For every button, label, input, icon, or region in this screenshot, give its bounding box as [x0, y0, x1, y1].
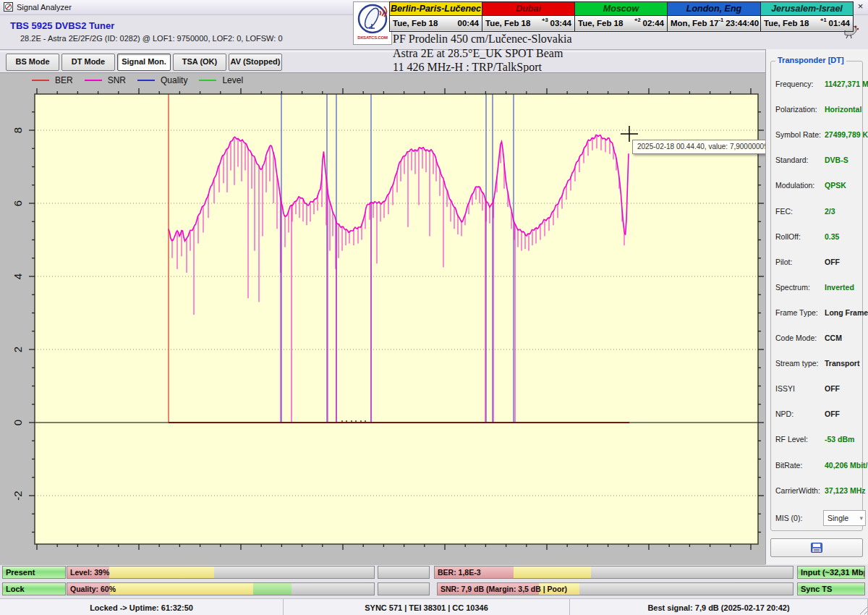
clock-city-label: Moscow — [575, 2, 667, 16]
progress-label: Quality: 60% — [70, 583, 116, 595]
transponder-row: Polarization:Horizontal — [775, 105, 861, 115]
transponder-label: ISSYI — [775, 384, 861, 393]
world-clocks: Berlin-Paris-LučenecTue, Feb 1800:44Duba… — [389, 1, 854, 32]
transponder-value: Inverted — [825, 283, 854, 292]
transponder-value: Transport — [825, 359, 859, 368]
save-button[interactable] — [770, 538, 863, 557]
transponder-value: DVB-S — [825, 156, 848, 164]
status-sync: SYNC 571 | TEI 38301 | CC 10346 — [284, 599, 570, 615]
clock-jerusalem-israel: Jerusalem-IsraelTue, Feb 18+101:44 — [761, 2, 853, 31]
clock-time-row: Tue, Feb 18+303:44 — [482, 16, 574, 30]
progress-bar — [378, 566, 430, 579]
transponder-value: Long Frame — [825, 308, 868, 317]
transponder-value: OFF — [825, 410, 840, 418]
status-badge: Input (~32,31 Mbps) — [797, 566, 865, 579]
progress-bar: SNR: 7,9 dB (Margin: 3,5 dB | Poor) — [437, 582, 793, 595]
clock-dubai: DubaiTue, Feb 18+303:44 — [482, 2, 575, 31]
transponder-row: Stream type:Transport — [775, 359, 861, 369]
clock-date: Tue, Feb 18 — [578, 19, 634, 27]
transponder-value: 27499,789 KS/s — [825, 130, 868, 139]
transponder-row: Spectrum:Inverted — [775, 283, 861, 293]
transponder-value: 37,123 MHz — [825, 486, 866, 495]
transponder-label: Code Mode: — [775, 334, 861, 342]
clock-city-label: Dubai — [482, 2, 574, 16]
transponder-value: QPSK — [825, 181, 846, 190]
status-best-signal: Best signal: 7,9 dB (2025-02-17 20:42) — [570, 599, 868, 615]
status-badge: Present — [2, 566, 66, 579]
tuner-name: TBS 5925 DVBS2 Tuner — [10, 20, 114, 31]
clock-time-row: Tue, Feb 1800:44 — [390, 16, 482, 30]
transponder-label: Modulation: — [775, 181, 861, 190]
tab-signal-mon-[interactable]: Signal Mon. — [117, 54, 171, 71]
y-axis-label: 6 — [12, 200, 24, 206]
transponder-title: Transponder [DT] — [775, 56, 846, 64]
clock-time-value: 02:44 — [643, 19, 664, 27]
clock-utc-offset: -1 — [718, 17, 723, 23]
clock-moscow: MoscowTue, Feb 18+202:44 — [575, 2, 668, 31]
clock-city-label: Berlin-Paris-Lučenec — [390, 2, 482, 16]
info-line-2: Astra 2E at 28.5°E_UK SPOT Beam — [393, 46, 572, 61]
clock-london-eng: London, EngMon, Feb 17-123:44:40 — [668, 2, 761, 31]
clock-time-value: 00:44 — [458, 19, 479, 27]
clock-date: Tue, Feb 18 — [485, 19, 542, 27]
y-axis-label: 2 — [12, 347, 24, 352]
transponder-value: 11427,371 MHz — [825, 80, 868, 88]
tab-dt-mode[interactable]: DT Mode — [61, 54, 115, 71]
y-axis-label: -2 — [12, 491, 24, 500]
dxsatcs-emblem — [354, 2, 391, 37]
transponder-row: Standard:DVB-S — [775, 156, 861, 166]
tab-tsa-ok-[interactable]: TSA (OK) — [173, 54, 226, 71]
clock-date: Mon, Feb 17 — [671, 19, 718, 27]
clock-utc-offset: +1 — [820, 17, 827, 23]
clock-utc-offset: +2 — [634, 17, 641, 23]
progress-label: BER: 1,8E-3 — [438, 567, 481, 578]
transponder-label: FEC: — [775, 207, 861, 216]
tab-bs-mode[interactable]: BS Mode — [6, 54, 59, 71]
status-bar: Locked -> Uptime: 61:32:50SYNC 571 | TEI… — [0, 598, 868, 615]
progress-label: SNR: 7,9 dB (Margin: 3,5 dB | Poor) — [441, 583, 567, 595]
progress-bar: BER: 1,8E-3 — [434, 566, 793, 579]
window-title: Signal Analyzer — [17, 3, 72, 12]
transponder-row: ISSYIOFF — [775, 384, 861, 394]
transponder-label: Pilot: — [775, 258, 861, 266]
transponder-label: NPD: — [775, 410, 861, 418]
clock-city-label: London, Eng — [668, 2, 760, 16]
status-badge: Sync TS — [797, 582, 865, 595]
transponder-row: Frame Type:Long Frame — [775, 308, 861, 318]
transponder-row: Frequency:11427,371 MHz — [775, 80, 861, 90]
plot-area — [35, 94, 758, 544]
clock-date: Tue, Feb 18 — [393, 19, 456, 27]
tab-av-stopped-[interactable]: AV (Stopped) — [229, 54, 282, 71]
status-badge: Lock — [2, 582, 66, 595]
transponder-row: BitRate:40,206 Mbit/s — [775, 461, 861, 471]
progress-bar — [378, 582, 430, 595]
transponder-value: CCM — [825, 334, 842, 342]
transponder-value: -53 dBm — [825, 435, 854, 444]
app-icon — [4, 2, 13, 13]
clock-utc-offset: +3 — [542, 17, 548, 23]
dxsatcs-logo: DXSATCS.COM — [353, 1, 392, 45]
info-line-1: PF Prodelin 450 cm/Lučenec-Slovakia — [393, 32, 572, 46]
transponder-value: Horizontal — [825, 105, 861, 114]
dxsatcs-logo-text: DXSATCS.COM — [357, 35, 388, 40]
transponder-row: Symbol Rate:27499,789 KS/s — [775, 130, 861, 140]
transponder-row: Modulation:QPSK — [775, 181, 861, 191]
transponder-row: FEC:2/3 — [775, 207, 861, 217]
clock-time-row: Tue, Feb 18+101:44 — [761, 16, 853, 30]
transponder-value: 40,206 Mbit/s — [825, 461, 868, 470]
y-axis-label: 0 — [12, 420, 24, 425]
close-icon[interactable]: × — [854, 1, 867, 13]
clock-city-label: Jerusalem-Israel — [761, 2, 853, 16]
chevron-down-icon: ▾ — [859, 514, 863, 522]
y-axis-label: 4 — [12, 273, 24, 279]
tuner-details: 28.2E - Astra 2E/2F/2G (ID: 0282) @ LOF1… — [20, 34, 283, 43]
transponder-value: OFF — [825, 384, 840, 393]
status-uptime: Locked -> Uptime: 61:32:50 — [0, 599, 284, 615]
clock-date: Tue, Feb 18 — [764, 19, 820, 27]
transponder-row: Code Mode:CCM — [775, 334, 861, 344]
y-axis-label: 8 — [12, 127, 24, 133]
transponder-value: 0.35 — [825, 232, 839, 241]
transponder-row: NPD:OFF — [775, 410, 861, 420]
mis-dropdown[interactable]: Single▾ — [823, 510, 866, 526]
transponder-row: Pilot:OFF — [775, 258, 861, 268]
